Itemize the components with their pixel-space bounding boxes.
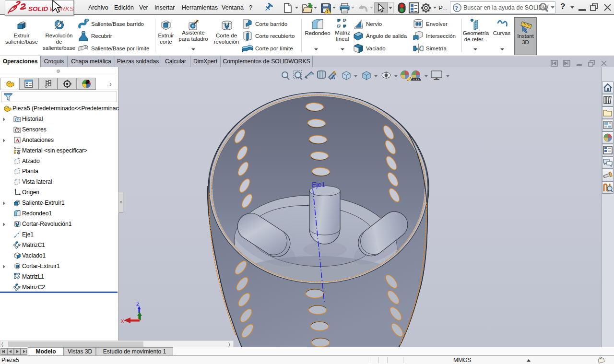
svg-text:X: X [121, 318, 124, 324]
svg-text:...: ... [442, 4, 448, 12]
svg-text:A: A [331, 74, 335, 80]
svg-text:SOLID: SOLID [28, 5, 48, 12]
svg-text:A: A [16, 137, 20, 143]
svg-text:?: ? [455, 4, 459, 12]
svg-text:Eje1: Eje1 [312, 181, 325, 188]
